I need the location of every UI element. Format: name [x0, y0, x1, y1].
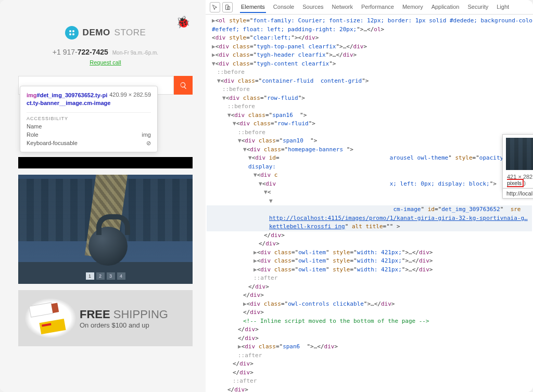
popup-row: Roleimg — [27, 132, 151, 138]
ship-word: SHIPPING — [110, 308, 168, 321]
brand-bold: DEMO — [83, 28, 110, 38]
dom-line[interactable]: </div> — [207, 369, 532, 377]
dom-line[interactable]: ▼<div id= arousel owl-theme" style="opac… — [207, 154, 532, 163]
dom-line[interactable]: ▼<div x; left: 0px; display: block;"> — [207, 180, 532, 189]
hero-banner[interactable]: 1234 — [18, 175, 193, 284]
debug-bug-icon[interactable]: 🐞 — [176, 16, 190, 29]
dom-line[interactable]: ▶<ol style="font-family: Courier; font-s… — [207, 17, 532, 25]
dom-line[interactable]: </div> — [207, 283, 532, 292]
devtools-tab-network[interactable]: Network — [331, 2, 354, 13]
svg-rect-1 — [227, 6, 230, 9]
dom-line[interactable]: ▼<div class="span10 "> — [207, 137, 532, 146]
dom-line[interactable]: ▼< — [207, 188, 532, 197]
dom-line[interactable]: ▶<div class="owl-item" style="width: 421… — [207, 266, 532, 275]
dom-line[interactable]: ▶<div class="span6 ">…</div> — [207, 343, 532, 351]
devtools-toolbar: ElementsConsoleSourcesNetworkPerformance… — [206, 0, 533, 15]
dom-line[interactable]: ▶<div class="tygh-top-panel clearfix">…<… — [207, 43, 532, 51]
dom-line[interactable]: http://localhost:4115/images/promo/1/kan… — [207, 214, 532, 223]
dom-line[interactable]: ::after — [207, 351, 532, 360]
dom-line[interactable]: ▼<div class="row-fluid"> — [207, 120, 532, 128]
search-button[interactable] — [174, 76, 193, 95]
url-tooltip: http://localhost:4115/images/promo/1/kan… — [502, 188, 533, 199]
devtools-tab-performance[interactable]: Performance — [360, 2, 395, 13]
store-hours: Mon-Fr 9a.m.-6p.m. — [112, 50, 158, 56]
dom-line[interactable]: ::before — [207, 68, 532, 77]
popup-heading: ACCESSIBILITY — [27, 112, 151, 121]
ship-free: FREE — [80, 308, 110, 321]
dom-line[interactable]: display: — [207, 163, 532, 172]
dom-line[interactable]: ::after — [207, 377, 532, 386]
truck-icon — [24, 298, 77, 338]
devtools-tab-light[interactable]: Light — [496, 2, 510, 13]
hover-thumbnail — [506, 138, 533, 170]
nav-blackbar[interactable] — [18, 157, 193, 168]
pager-dot[interactable]: 3 — [107, 272, 115, 280]
dom-line[interactable]: <div style="clear:left;"></div> — [207, 34, 532, 43]
dom-line[interactable]: </div> — [207, 240, 532, 249]
inspect-tool-icon[interactable] — [210, 2, 220, 12]
dom-line[interactable]: </div> — [207, 334, 532, 343]
request-call-row: Request call — [18, 57, 193, 67]
dom-line[interactable]: ▼<div class="container-fluid content-gri… — [207, 77, 532, 86]
phone-number: 722-7425 — [78, 48, 108, 56]
app-frame: 🐞 DEMO STORE +1 917-722-7425 Mon-Fr 9a.m… — [0, 0, 533, 392]
popup-selector: img#det_img_309763652.ty-pict.ty-banner_… — [27, 92, 110, 106]
dom-line[interactable]: ▶<div class="owl-controls clickable">…</… — [207, 300, 532, 309]
devtools-tab-application[interactable]: Application — [430, 2, 461, 13]
dom-line[interactable]: ▼<div class="row-fluid"> — [207, 94, 532, 103]
dom-line[interactable]: kettlebell-krossfi ing" alt title="" > — [207, 223, 532, 231]
store-preview-pane: 🐞 DEMO STORE +1 917-722-7425 Mon-Fr 9a.m… — [0, 0, 206, 392]
dom-line[interactable]: </div> — [207, 360, 532, 369]
dom-line[interactable]: ▼<div c — [207, 171, 532, 180]
banner-pager: 1234 — [86, 272, 125, 280]
devtools-tab-memory[interactable]: Memory — [401, 2, 424, 13]
dom-line[interactable]: ::before — [207, 85, 532, 94]
dom-line[interactable]: ▶<div class="owl-item" style="width: 421… — [207, 249, 532, 257]
dom-line[interactable]: ▶<div class="owl-item" style="width: 421… — [207, 257, 532, 266]
dom-line[interactable]: ▼ — [207, 197, 532, 206]
phone-prefix: +1 917- — [53, 48, 78, 56]
dom-line[interactable]: ▼<div class="homepage-banners "> — [207, 146, 532, 154]
ship-text: FREE SHIPPING On orders $100 and up — [80, 308, 168, 329]
dom-line[interactable]: <!-- Inline script moved to the bottom o… — [207, 317, 532, 326]
search-icon — [180, 82, 187, 89]
store-logo[interactable]: DEMO STORE — [18, 26, 193, 40]
dom-line[interactable]: ▼<div class="span16 "> — [207, 111, 532, 120]
device-toggle-icon[interactable] — [222, 2, 233, 12]
image-hover-card: 421 × 282 pixels (intrinsic 2896 × 1944 … — [502, 134, 533, 189]
dom-line[interactable]: ::before — [207, 102, 532, 111]
ship-sub: On orders $100 and up — [80, 321, 168, 329]
dom-line[interactable]: </div> — [207, 231, 532, 240]
svg-rect-0 — [226, 5, 229, 9]
devtools-tab-elements[interactable]: Elements — [240, 2, 266, 13]
devtools-tab-security[interactable]: Security — [466, 2, 489, 13]
devtools-tabs: ElementsConsoleSourcesNetworkPerformance… — [240, 2, 510, 13]
dom-line[interactable]: ▶<div class="tygh-header clearfix">…</di… — [207, 51, 532, 60]
dom-line[interactable]: ▼<div class="tygh-content clearfix"> — [207, 60, 532, 69]
element-inspect-popup: 420.99 × 282.59 img#det_img_309763652.ty… — [20, 86, 158, 152]
devtools-tab-console[interactable]: Console — [272, 2, 295, 13]
free-shipping-card[interactable]: FREE SHIPPING On orders $100 and up — [18, 290, 193, 346]
pager-dot[interactable]: 4 — [117, 272, 125, 280]
popup-row: Keyboard-focusable⊘ — [27, 140, 151, 147]
dom-line[interactable]: ::before — [207, 128, 532, 137]
hover-dimensions: 421 × 282 pixels (intrinsic 2896 × 1944 … — [503, 171, 533, 189]
devtools-tab-sources[interactable]: Sources — [301, 2, 324, 13]
dom-line[interactable]: #efefef; float: left; padding-right: 20p… — [207, 25, 532, 34]
dom-line[interactable]: cm-image" id="det_img_309763652" sre — [207, 205, 532, 214]
dom-tree[interactable]: ▶<ol style="font-family: Courier; font-s… — [206, 15, 533, 392]
pager-dot[interactable]: 1 — [86, 272, 94, 280]
dom-line[interactable]: </div> — [207, 291, 532, 300]
phone-row: +1 917-722-7425 Mon-Fr 9a.m.-6p.m. — [18, 48, 193, 56]
brand-thin: STORE — [115, 28, 146, 38]
dom-line[interactable]: </div> — [207, 325, 532, 334]
popup-row: Name — [27, 123, 151, 129]
popup-dimensions: 420.99 × 282.59 — [109, 92, 151, 98]
logo-icon — [65, 26, 79, 40]
request-call-link[interactable]: Request call — [90, 59, 121, 66]
dom-line[interactable]: ::after — [207, 274, 532, 283]
pager-dot[interactable]: 2 — [96, 272, 105, 280]
dom-line[interactable]: </div> — [207, 386, 532, 393]
devtools-pane: ElementsConsoleSourcesNetworkPerformance… — [206, 0, 533, 392]
dom-line[interactable]: </div> — [207, 308, 532, 317]
